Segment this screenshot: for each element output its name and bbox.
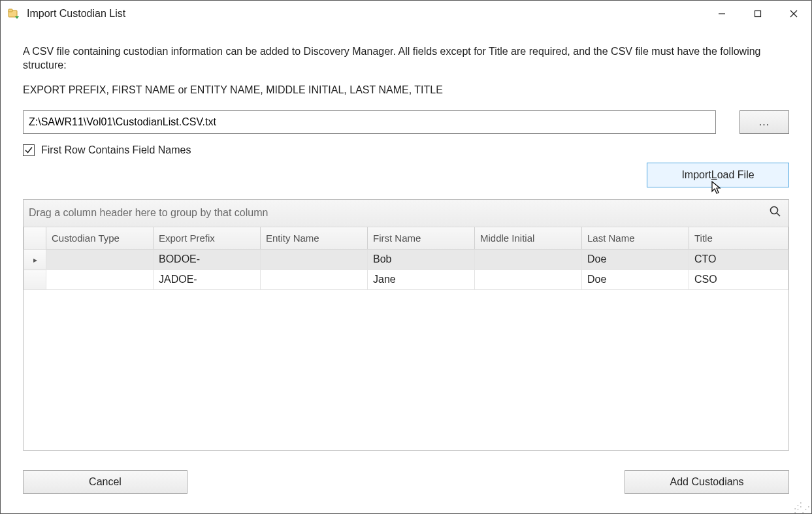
- grid-header-table: Custodian Type Export Prefix Entity Name…: [24, 227, 788, 291]
- browse-button[interactable]: ...: [739, 110, 789, 134]
- window-controls: [704, 1, 811, 27]
- first-row-checkbox[interactable]: [23, 144, 35, 156]
- cell-last-name[interactable]: Doe: [582, 270, 689, 290]
- group-by-bar[interactable]: Drag a column header here to group by th…: [24, 200, 788, 227]
- grid-empty-area: [24, 290, 788, 450]
- cell-entity-name[interactable]: [261, 270, 368, 290]
- custodian-grid: Drag a column header here to group by th…: [23, 199, 789, 451]
- row-indicator[interactable]: [24, 249, 46, 270]
- row-indicator[interactable]: [24, 270, 46, 290]
- col-header-export-prefix[interactable]: Export Prefix: [154, 227, 261, 249]
- cell-first-name[interactable]: Bob: [368, 249, 475, 270]
- svg-rect-3: [755, 11, 760, 17]
- import-button-label-post: oad File: [717, 169, 755, 181]
- cell-export-prefix[interactable]: BODOE-: [154, 249, 261, 270]
- window-title: Import Custodian List: [27, 8, 125, 20]
- svg-point-6: [771, 207, 778, 214]
- cell-custodian-type[interactable]: [46, 270, 154, 290]
- app-icon: [7, 7, 20, 20]
- minimize-button[interactable]: [704, 1, 739, 27]
- col-header-title[interactable]: Title: [689, 227, 788, 249]
- cell-last-name[interactable]: Doe: [582, 249, 689, 270]
- cell-middle-initial[interactable]: [475, 249, 582, 270]
- table-row[interactable]: BODOE-BobDoeCTO: [24, 249, 788, 270]
- first-row-checkbox-label: First Row Contains Field Names: [41, 144, 191, 156]
- add-custodians-button[interactable]: Add Custodians: [625, 470, 789, 494]
- import-button-label-hotkey: L: [711, 169, 717, 181]
- group-by-hint: Drag a column header here to group by th…: [29, 207, 268, 219]
- cell-middle-initial[interactable]: [475, 270, 582, 290]
- col-header-entity-name[interactable]: Entity Name: [261, 227, 368, 249]
- intro-text: A CSV file containing custodian informat…: [23, 45, 789, 72]
- file-path-input[interactable]: [23, 110, 716, 134]
- import-button-label-pre: Import: [681, 169, 711, 181]
- cell-first-name[interactable]: Jane: [368, 270, 475, 290]
- svg-line-7: [777, 213, 780, 216]
- table-row[interactable]: JADOE-JaneDoeCSO: [24, 270, 788, 290]
- file-path-row: ...: [23, 110, 789, 134]
- cell-custodian-type[interactable]: [46, 249, 154, 270]
- resize-grip-icon[interactable]: ⋰⋰⋰: [794, 504, 809, 511]
- import-load-file-button[interactable]: Import Load File: [647, 163, 789, 187]
- col-header-middle-initial[interactable]: Middle Initial: [475, 227, 582, 249]
- search-icon[interactable]: [769, 205, 782, 221]
- col-header-last-name[interactable]: Last Name: [582, 227, 689, 249]
- cancel-button[interactable]: Cancel: [23, 470, 187, 494]
- col-header-custodian-type[interactable]: Custodian Type: [46, 227, 154, 249]
- maximize-button[interactable]: [739, 1, 775, 27]
- title-bar: Import Custodian List: [1, 1, 811, 27]
- import-button-row: Import Load File: [23, 163, 789, 187]
- dialog-window: Import Custodian List A CSV file contain…: [0, 0, 812, 514]
- cell-export-prefix[interactable]: JADOE-: [154, 270, 261, 290]
- col-header-first-name[interactable]: First Name: [368, 227, 475, 249]
- close-button[interactable]: [775, 1, 811, 27]
- cell-title[interactable]: CSO: [689, 270, 788, 290]
- grid-header-row: Custodian Type Export Prefix Entity Name…: [24, 227, 788, 249]
- csv-structure-text: EXPORT PREFIX, FIRST NAME or ENTITY NAME…: [23, 84, 789, 96]
- dialog-content: A CSV file containing custodian informat…: [1, 27, 811, 513]
- dialog-footer: Cancel Add Custodians: [23, 451, 789, 507]
- cell-entity-name[interactable]: [261, 249, 368, 270]
- svg-rect-1: [8, 9, 12, 12]
- cell-title[interactable]: CTO: [689, 249, 788, 270]
- col-header-indicator[interactable]: [24, 227, 46, 249]
- first-row-checkbox-row: First Row Contains Field Names: [23, 144, 789, 156]
